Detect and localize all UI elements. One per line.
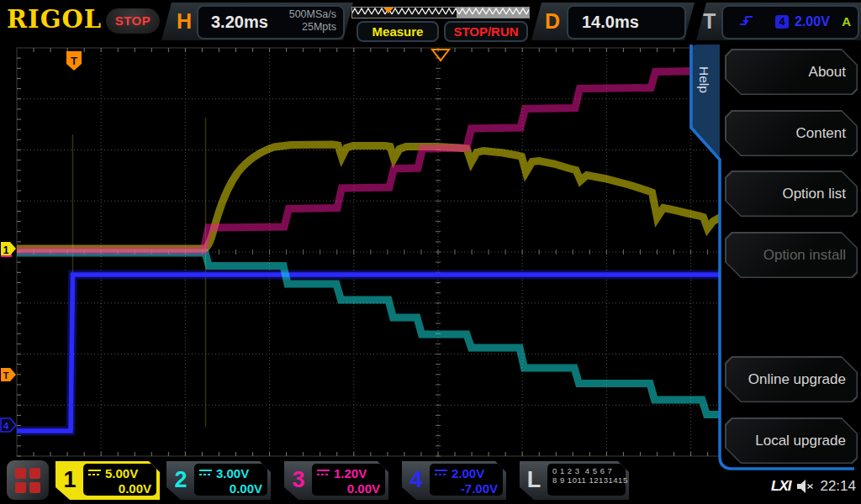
timebase-value: 3.20ms xyxy=(211,13,268,32)
channel-4-offset: -7.00V xyxy=(435,481,498,498)
menu-button-local-upgrade[interactable]: Local upgrade xyxy=(725,417,858,464)
logic-label: L xyxy=(522,467,546,493)
dc-coupling-icon xyxy=(88,469,101,477)
menu-grid-button[interactable] xyxy=(7,460,49,500)
dc-coupling-icon xyxy=(317,469,330,477)
rigol-logo: RIGOL xyxy=(7,5,102,34)
svg-text:T: T xyxy=(71,55,77,67)
menu-button-about[interactable]: About xyxy=(725,49,858,95)
menu-button-content[interactable]: Content xyxy=(725,110,858,156)
channel-1-scale: 5.00V xyxy=(105,466,138,480)
measure-button[interactable]: Measure xyxy=(357,21,439,42)
menu-button-option-list[interactable]: Option list xyxy=(725,171,858,217)
logic-row-2: 8 9 1011 12131415 xyxy=(552,475,621,485)
stop-run-button[interactable]: STOP/RUN xyxy=(444,21,528,42)
channel-3-offset: 0.00V xyxy=(317,481,380,498)
channel-4-number: 4 xyxy=(404,467,428,493)
logic-channels-badge[interactable]: L 0 1 2 3 4 5 6 7 8 9 1011 12131415 xyxy=(520,461,629,500)
channel-2-scale: 3.00V xyxy=(216,466,249,480)
h-label: H xyxy=(177,3,192,39)
oscilloscope-screen: T 1 T 4 RIGOL STOP H 3.20ms 500MSa/s 25M… xyxy=(0,0,861,504)
channel-2-offset: 0.00V xyxy=(199,481,262,498)
channel-1-badge[interactable]: 1 5.00V 0.00V xyxy=(55,461,160,500)
trigger-sweep-mode: A xyxy=(842,14,851,29)
channel-3-scale: 1.20V xyxy=(334,466,367,480)
channel-1-number: 1 xyxy=(58,467,82,493)
trigger-source-badge: 4 xyxy=(775,15,789,29)
channel-1-offset: 0.00V xyxy=(88,481,151,498)
dc-coupling-icon xyxy=(199,469,212,477)
menu-button-option-install: Option install xyxy=(725,232,858,278)
channel-2-number: 2 xyxy=(169,467,193,493)
trigger-level-marker[interactable]: T xyxy=(1,368,16,381)
clock: 22:14 xyxy=(820,478,856,495)
edge-trigger-icon xyxy=(738,13,755,29)
run-state-badge[interactable]: STOP xyxy=(106,8,160,34)
t-label: T xyxy=(703,3,716,39)
svg-text:4: 4 xyxy=(3,421,9,431)
channel-4-scale: 2.00V xyxy=(452,466,484,480)
channel-3-badge[interactable]: 3 1.20V 0.00V xyxy=(284,461,388,500)
top-bar: RIGOL STOP H 3.20ms 500MSa/s 25Mpts Meas… xyxy=(0,0,861,42)
lxi-indicator: LXI xyxy=(771,478,790,495)
logic-row-1: 0 1 2 3 4 5 6 7 xyxy=(552,466,621,475)
delay-panel[interactable]: D 14.0ms xyxy=(531,3,695,40)
dc-coupling-icon xyxy=(435,469,447,477)
d-label: D xyxy=(545,3,560,39)
memory-depth: 25Mpts xyxy=(302,21,336,34)
svg-text:1: 1 xyxy=(3,244,9,256)
sample-rate: 500MSa/s xyxy=(289,8,336,21)
trigger-position-marker[interactable] xyxy=(432,50,449,60)
svg-text:T: T xyxy=(3,370,9,381)
trigger-panel[interactable]: T 4 2.00V A xyxy=(696,3,861,40)
trigger-time-marker[interactable]: T xyxy=(66,51,82,71)
delay-value: 14.0ms xyxy=(582,13,639,32)
ch4-offset-marker[interactable]: 4 xyxy=(1,418,16,432)
channel-2-badge[interactable]: 2 3.00V 0.00V xyxy=(166,461,271,500)
help-tab-label: Help xyxy=(696,66,711,93)
help-menu-panel: About Content Option list Option install… xyxy=(720,42,861,470)
horizontal-panel[interactable]: H 3.20ms 500MSa/s 25Mpts xyxy=(161,3,353,40)
channel-4-badge[interactable]: 4 2.00V -7.00V xyxy=(402,461,506,500)
trace-ch3 xyxy=(17,71,721,251)
ch1-offset-marker[interactable]: 1 xyxy=(1,242,16,256)
trigger-level-value: 2.00V xyxy=(795,14,830,29)
sound-muted-icon[interactable] xyxy=(796,479,814,494)
menu-button-online-upgrade[interactable]: Online upgrade xyxy=(725,356,858,402)
channel-3-number: 3 xyxy=(287,467,310,493)
trace-ch1 xyxy=(17,144,721,249)
memory-position-bar[interactable] xyxy=(351,5,531,20)
